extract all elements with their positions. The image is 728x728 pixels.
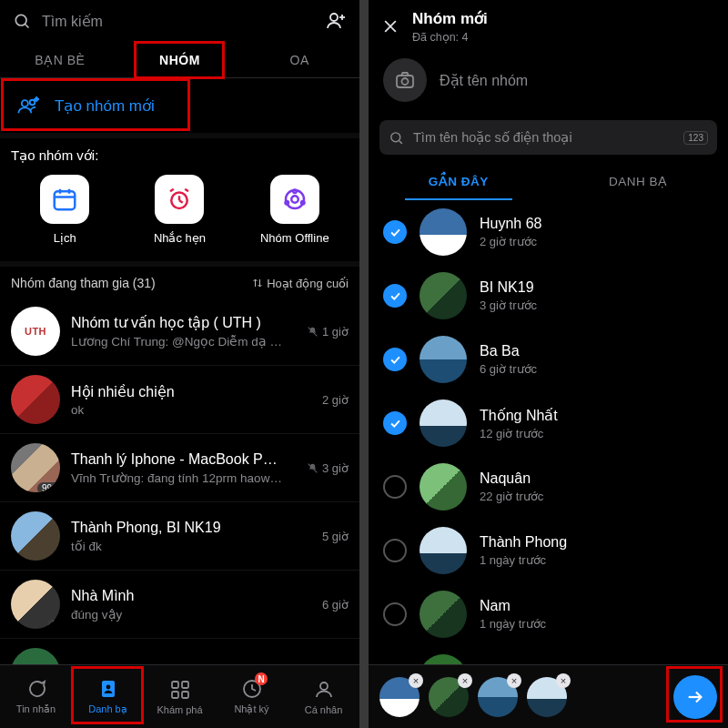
contact-time: 1 ngày trước: [480, 553, 713, 567]
contact-item[interactable]: Ba Ba6 giờ trước: [369, 328, 728, 391]
phone-right: Nhóm mới Đã chọn: 4 Đặt tên nhóm Tìm tên…: [369, 0, 728, 728]
svg-rect-38: [397, 76, 413, 87]
group-title: Nhà Mình: [71, 588, 283, 604]
group-avatar: UTH: [11, 307, 60, 356]
group-item[interactable]: Kỹ Thuật Ha Thuỷ CTNK 11 giờ: [0, 639, 359, 664]
svg-point-0: [15, 15, 26, 25]
contact-time: 3 giờ trước: [480, 298, 713, 312]
group-item[interactable]: Thành Phong, BI NK19tối đk 5 giờ: [0, 502, 359, 571]
checkbox-off[interactable]: [383, 475, 407, 499]
checkbox-on[interactable]: [383, 348, 407, 371]
remove-icon[interactable]: ×: [409, 673, 423, 688]
nav-contacts[interactable]: Danh bạ: [72, 665, 144, 728]
offline-group-icon: [270, 175, 319, 224]
tab-recent[interactable]: GẦN ĐÂY: [369, 162, 549, 200]
alarm-icon: [155, 175, 204, 224]
selected-count: Đã chọn: 4: [412, 30, 488, 44]
contact-item[interactable]: BI NK193 giờ trước: [369, 264, 728, 328]
joined-count: Nhóm đang tham gia (31): [11, 276, 156, 290]
close-icon[interactable]: [381, 17, 399, 35]
avatar-badge: 99+: [37, 482, 60, 492]
svg-point-40: [391, 132, 400, 141]
group-item[interactable]: 5Nhà Mìnhđúng vậy 6 giờ: [0, 571, 359, 639]
group-name-row[interactable]: Đặt tên nhóm: [369, 49, 728, 115]
group-title: Hội nhiều chiện: [71, 383, 283, 400]
group-title: Thành Phong, BI NK19: [71, 520, 283, 536]
selected-avatar[interactable]: ×: [478, 677, 518, 717]
contact-name: BI NK19: [480, 279, 713, 296]
quick-label: Nhóm Offline: [260, 231, 329, 245]
continue-button[interactable]: [673, 675, 717, 719]
nav-messages[interactable]: Tin nhắn: [0, 665, 72, 728]
selected-avatar[interactable]: ×: [379, 677, 420, 717]
sort-button[interactable]: Hoạt động cuối: [252, 277, 349, 290]
contact-tabs: GẦN ĐÂY DANH BẠ: [369, 162, 728, 200]
svg-point-6: [30, 100, 35, 106]
group-item[interactable]: 99+Thanh lý Iphone - MacBook P…Vĩnh Trườ…: [0, 434, 359, 502]
discover-icon: [169, 679, 191, 701]
group-avatar: [11, 511, 60, 561]
bottom-nav: Tin nhắn Danh bạ Khám phá N Nhật ký Cá n…: [0, 664, 359, 728]
selected-avatar[interactable]: ×: [429, 677, 469, 717]
contact-name: Nam: [480, 598, 713, 614]
nav-label: Khám phá: [157, 704, 202, 715]
contact-item[interactable]: Trần Ngọc Hà: [369, 646, 728, 664]
camera-icon[interactable]: [383, 58, 427, 102]
selected-avatar[interactable]: ×: [527, 677, 567, 717]
search-input[interactable]: Tìm kiếm: [42, 13, 314, 30]
group-subtitle: Vĩnh Trường: đang tính 12prm haowjc 13…: [71, 470, 283, 485]
contact-time: 2 giờ trước: [480, 235, 713, 248]
new-group-header: Nhóm mới Đã chọn: 4: [369, 0, 728, 49]
quick-calendar[interactable]: Lịch: [15, 175, 115, 245]
contact-list: Huynh 682 giờ trướcBI NK193 giờ trướcBa …: [369, 200, 728, 664]
create-with-label: Tạo nhóm với:: [0, 138, 359, 175]
contact-item[interactable]: Nam1 ngày trước: [369, 582, 728, 646]
nav-discover[interactable]: Khám phá: [144, 665, 216, 728]
tab-groups[interactable]: NHÓM: [120, 42, 240, 77]
create-group-icon: [16, 93, 42, 118]
checkbox-off[interactable]: [383, 539, 407, 562]
tab-friends[interactable]: BẠN BÈ: [0, 42, 120, 77]
quick-offline[interactable]: Nhóm Offline: [245, 175, 345, 245]
remove-icon[interactable]: ×: [507, 673, 521, 688]
tab-oa[interactable]: OA: [239, 42, 359, 77]
svg-point-35: [320, 682, 328, 690]
contact-time: 6 giờ trước: [480, 362, 713, 376]
nav-profile[interactable]: Cá nhân: [288, 665, 359, 728]
checkbox-on[interactable]: [383, 411, 407, 435]
group-avatar: 99+: [11, 443, 60, 492]
group-list: UTHNhóm tư vấn học tập ( UTH )Lương Chí …: [0, 298, 359, 664]
contact-avatar: [420, 463, 467, 511]
group-title: Nhóm tư vấn học tập ( UTH ): [71, 314, 283, 331]
checkbox-on[interactable]: [383, 284, 407, 308]
nav-journal[interactable]: N Nhật ký: [216, 665, 288, 728]
quick-reminder[interactable]: Nhắc hẹn: [129, 175, 229, 245]
contact-avatar: [420, 336, 467, 383]
create-group-button[interactable]: Tạo nhóm mới: [0, 78, 359, 138]
contact-item[interactable]: Thống Nhất12 giờ trước: [369, 391, 728, 455]
group-title: Thanh lý Iphone - MacBook P…: [71, 451, 283, 468]
keyboard-toggle[interactable]: 123: [683, 131, 708, 145]
group-item[interactable]: UTHNhóm tư vấn học tập ( UTH )Lương Chí …: [0, 298, 359, 366]
message-icon: [25, 678, 47, 700]
group-name-input[interactable]: Đặt tên nhóm: [440, 72, 528, 89]
remove-icon[interactable]: ×: [458, 673, 472, 688]
svg-point-20: [291, 196, 298, 203]
add-friend-icon[interactable]: [325, 10, 347, 32]
svg-point-2: [330, 14, 338, 21]
selected-strip: ××××: [369, 664, 728, 728]
contact-time: 22 giờ trước: [480, 490, 713, 503]
remove-icon[interactable]: ×: [556, 673, 571, 688]
contact-item[interactable]: Huynh 682 giờ trước: [369, 200, 728, 264]
group-subtitle: tối đk: [71, 539, 283, 553]
contact-search[interactable]: Tìm tên hoặc số điện thoại 123: [379, 120, 717, 155]
quick-label: Nhắc hẹn: [154, 231, 206, 245]
contact-item[interactable]: Naquân22 giờ trước: [369, 455, 728, 519]
contact-item[interactable]: Thành Phong1 ngày trước: [369, 519, 728, 582]
group-item[interactable]: Hội nhiều chiệnok 2 giờ: [0, 366, 359, 434]
quick-row: Lịch Nhắc hẹn Nhóm Offline: [0, 175, 359, 267]
checkbox-on[interactable]: [383, 220, 407, 244]
svg-line-17: [170, 189, 174, 192]
tab-contacts[interactable]: DANH BẠ: [549, 162, 729, 200]
checkbox-off[interactable]: [383, 602, 407, 626]
